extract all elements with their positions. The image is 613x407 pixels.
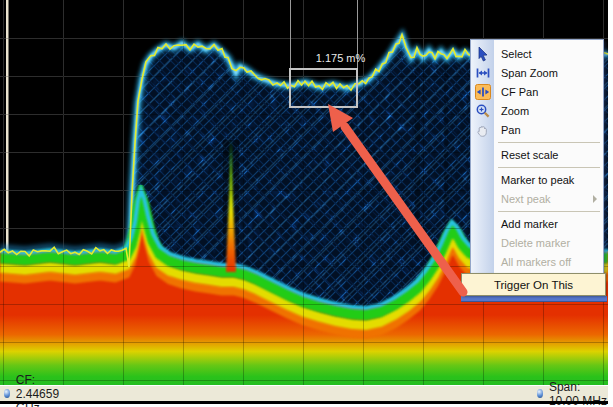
cf-status-icon — [4, 389, 10, 398]
menu-separator — [471, 164, 603, 170]
zoom-icon — [471, 103, 494, 119]
spectrum-analyzer-window: 1.175 m% CF: 2.44659 GHz Span: 10.00 MHz… — [0, 0, 613, 407]
menu-item-marker-to-peak[interactable]: Marker to peak — [471, 170, 603, 189]
menu-item-delete-marker: Delete marker — [471, 233, 603, 252]
menu-item-all-markers-off: All markers off — [471, 252, 603, 271]
span-zoom-icon — [471, 65, 494, 81]
menu-separator — [471, 208, 603, 214]
context-menu: Select Span Zoom — [470, 39, 604, 274]
menu-bottom-strip — [461, 296, 607, 302]
menu-item-reset-scale[interactable]: Reset scale — [471, 145, 603, 164]
span-status-icon — [537, 389, 543, 398]
select-arrow-icon — [471, 46, 494, 62]
menu-item-trigger-on-this[interactable]: Trigger On This — [461, 273, 606, 296]
trigger-level-label: 1.175 m% — [316, 52, 366, 64]
menu-item-add-marker[interactable]: Add marker — [471, 214, 603, 233]
status-bar: CF: 2.44659 GHz Span: 10.00 MHz — [0, 385, 608, 401]
menu-item-cf-pan[interactable]: CF Pan — [471, 82, 603, 101]
bottom-border — [0, 401, 608, 404]
menu-item-select[interactable]: Select — [471, 44, 603, 63]
menu-item-pan[interactable]: Pan — [471, 120, 603, 139]
menu-item-span-zoom[interactable]: Span Zoom — [471, 63, 603, 82]
menu-separator — [471, 139, 603, 145]
cf-pan-icon — [471, 84, 494, 100]
menu-item-zoom[interactable]: Zoom — [471, 101, 603, 120]
menu-item-next-peak: Next peak — [471, 189, 603, 208]
submenu-arrow-icon — [593, 195, 597, 203]
pan-hand-icon — [471, 122, 494, 138]
